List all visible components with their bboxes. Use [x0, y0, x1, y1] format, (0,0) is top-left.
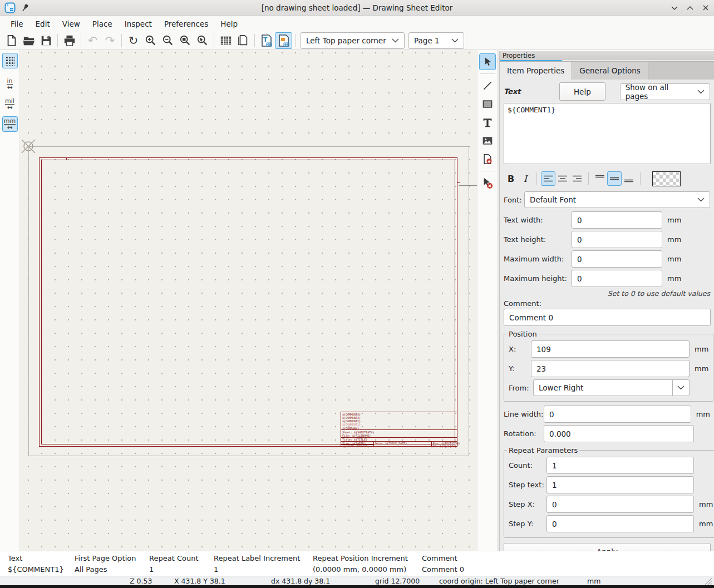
- menu-inspect[interactable]: Inspect: [119, 17, 158, 31]
- menu-edit[interactable]: Edit: [29, 17, 56, 31]
- menu-help[interactable]: Help: [214, 17, 244, 31]
- align-right-button[interactable]: [570, 171, 584, 186]
- grid-toggle-button[interactable]: [2, 53, 18, 68]
- title-block-date[interactable]: Date: ${ISSUE_DATE}: [375, 442, 407, 445]
- menu-file[interactable]: File: [4, 17, 29, 31]
- undo-button[interactable]: ↶: [84, 32, 101, 49]
- show-properties-table-button[interactable]: [217, 32, 234, 49]
- align-center-button[interactable]: [555, 171, 570, 186]
- text-height-unit: mm: [667, 235, 681, 244]
- properties-panel: Properties Item Properties General Optio…: [499, 51, 714, 551]
- text-width-input[interactable]: [572, 211, 662, 229]
- default-values-hint: Set to 0 to use default values: [504, 289, 710, 298]
- status-grid: grid 12.7000: [375, 577, 420, 585]
- align-left-button[interactable]: [541, 171, 555, 186]
- status-cursor-position: X 431.8 Y 38.1: [174, 577, 225, 585]
- save-button[interactable]: [37, 32, 55, 49]
- cursor-crosshair: [459, 185, 477, 186]
- valign-top-button[interactable]: [593, 171, 607, 186]
- valign-middle-button[interactable]: [607, 171, 622, 186]
- zoom-selection-button[interactable]: [194, 32, 211, 49]
- drawing-canvas[interactable]: ${COMMENT4} ${COMMENT3} ${COMMENT2} ${CO…: [20, 50, 477, 551]
- minimize-icon[interactable]: [669, 3, 679, 13]
- drawing-sheet-editor-window: [no drawing sheet loaded] — Drawing Shee…: [0, 0, 714, 588]
- font-select[interactable]: Default Font: [524, 191, 710, 208]
- text-height-input[interactable]: [572, 231, 662, 248]
- max-width-unit: mm: [667, 255, 681, 263]
- units-mm-button[interactable]: mm ↔: [2, 116, 18, 132]
- repeat-count-input[interactable]: [546, 457, 694, 474]
- help-button[interactable]: Help: [559, 82, 605, 101]
- title-block-version[interactable]: ${KICAD_VERSION}: [342, 444, 369, 448]
- max-height-input[interactable]: [572, 270, 662, 287]
- line-width-unit: mm: [696, 410, 710, 418]
- tab-general-options[interactable]: General Options: [572, 62, 648, 80]
- page-visibility-select[interactable]: Show on all pages: [620, 83, 710, 100]
- properties-panel-title[interactable]: Properties: [500, 51, 714, 60]
- title-block[interactable]: ${COMMENT4} ${COMMENT3} ${COMMENT2} ${CO…: [341, 412, 457, 447]
- step-x-input[interactable]: [546, 496, 694, 513]
- title-block-id[interactable]: Id: ${#}/${##}: [433, 444, 456, 448]
- max-height-label: Maximum height:: [504, 274, 572, 283]
- zoom-in-button[interactable]: [142, 32, 159, 49]
- menu-bar: File Edit View Place Inspect Preferences…: [0, 16, 714, 32]
- rotation-input[interactable]: [544, 425, 694, 442]
- toolbar-separator: [81, 34, 81, 47]
- position-from-select[interactable]: Lower Right: [533, 379, 690, 396]
- text-content-input[interactable]: ${COMMENT1}: [504, 103, 711, 164]
- refresh-view-button[interactable]: ↻: [125, 32, 142, 49]
- add-text-tool-button[interactable]: [479, 114, 496, 131]
- redo-button[interactable]: ↷: [101, 32, 119, 49]
- page-settings-button[interactable]: [234, 32, 252, 49]
- close-icon[interactable]: [701, 3, 711, 13]
- step-y-input[interactable]: [546, 515, 694, 532]
- step-x-label: Step X:: [509, 500, 546, 508]
- position-y-input[interactable]: [531, 360, 690, 377]
- step-text-label: Step text:: [509, 481, 546, 489]
- units-inches-button[interactable]: in ↔: [2, 76, 18, 92]
- align-center-icon: [558, 175, 567, 182]
- add-image-tool-button[interactable]: [479, 132, 496, 149]
- svg-text:T: T: [263, 36, 268, 43]
- menu-place[interactable]: Place: [86, 17, 119, 31]
- item-type-label: Text: [504, 87, 559, 96]
- zoom-out-button[interactable]: [159, 32, 176, 49]
- repeat-count-label: Count:: [509, 461, 546, 470]
- append-sheet-tool-button[interactable]: [479, 151, 496, 167]
- resize-grip[interactable]: [705, 577, 712, 585]
- status-zoom: Z 0.53: [130, 577, 152, 585]
- draw-line-tool-button[interactable]: [479, 77, 496, 94]
- delete-tool-button[interactable]: [479, 175, 496, 191]
- comment-input[interactable]: [504, 309, 711, 326]
- new-file-button[interactable]: [3, 32, 20, 49]
- origin-corner-select[interactable]: Left Top paper corner: [301, 32, 405, 49]
- line-width-input[interactable]: [544, 406, 691, 423]
- draw-rectangle-tool-button[interactable]: [479, 96, 496, 112]
- open-file-button[interactable]: [20, 32, 37, 49]
- title-block-comment1-selected[interactable]: ${COMMENT1}: [342, 423, 361, 426]
- edit-mode-toggle[interactable]: [275, 32, 292, 49]
- title-block-line: [341, 429, 457, 430]
- maximize-icon[interactable]: [685, 3, 695, 13]
- valign-bottom-button[interactable]: [622, 171, 636, 186]
- text-color-swatch[interactable]: [652, 171, 681, 186]
- bold-button[interactable]: B: [504, 171, 518, 186]
- units-mils-button[interactable]: mil ↔: [2, 96, 18, 112]
- double-arrow-icon: ↔: [7, 125, 12, 130]
- italic-button[interactable]: I: [518, 171, 533, 186]
- zoom-fit-page-button[interactable]: [176, 32, 194, 49]
- toolbar-separator: [536, 172, 537, 185]
- chevron-down-icon: [677, 386, 685, 390]
- step-text-input[interactable]: [546, 476, 694, 493]
- select-tool-button[interactable]: [479, 53, 496, 70]
- tab-item-properties[interactable]: Item Properties: [500, 62, 572, 80]
- toolbar-separator: [588, 172, 589, 185]
- menu-view[interactable]: View: [56, 17, 86, 31]
- menu-preferences[interactable]: Preferences: [158, 17, 214, 31]
- position-x-input[interactable]: [531, 340, 690, 358]
- comment-label: Comment:: [504, 299, 710, 308]
- max-width-input[interactable]: [572, 250, 662, 268]
- page-select[interactable]: Page 1: [408, 32, 464, 49]
- print-button[interactable]: [61, 32, 78, 49]
- preview-mode-toggle[interactable]: T: [258, 32, 275, 49]
